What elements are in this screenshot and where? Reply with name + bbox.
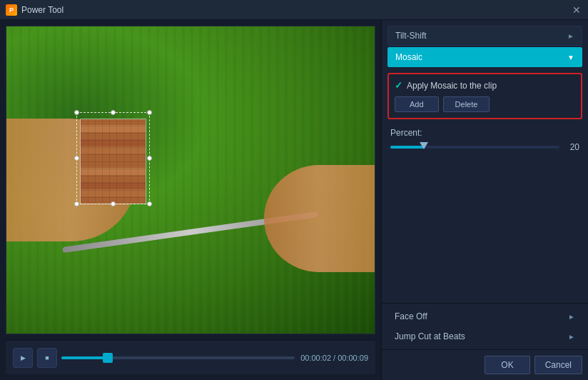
window-title: Power Tool xyxy=(21,5,64,15)
handle-mid-left[interactable] xyxy=(74,156,79,161)
slider-row: 20 xyxy=(390,142,579,152)
jump-cut-arrow: ► xyxy=(568,333,575,341)
stop-icon xyxy=(45,354,49,361)
apply-row: ✓ Apply Mosaic to the clip xyxy=(395,80,575,91)
handle-top-left[interactable] xyxy=(74,110,79,115)
dialog-buttons: OK Cancel xyxy=(382,349,588,380)
timeline-progress xyxy=(61,356,108,359)
close-button[interactable]: ✕ xyxy=(571,4,582,16)
face-off-label: Face Off xyxy=(395,311,427,321)
hand-right xyxy=(264,165,375,273)
tilt-shift-label: Tilt-Shift xyxy=(395,31,427,41)
main-content: 00:00:02 / 00:00:09 Tilt-Shift ► Mosaic … xyxy=(0,20,588,380)
percent-slider-track[interactable] xyxy=(390,146,559,149)
play-icon xyxy=(21,354,26,361)
spacer xyxy=(382,158,588,303)
face-off-arrow: ► xyxy=(568,313,575,321)
time-display: 00:00:02 / 00:00:09 xyxy=(300,354,368,362)
mosaic-section: ✓ Apply Mosaic to the clip Add Delete xyxy=(387,73,582,119)
controls-bar: 00:00:02 / 00:00:09 xyxy=(6,340,375,374)
titlebar-left: P Power Tool xyxy=(6,4,64,16)
mosaic-item[interactable]: Mosaic ▼ xyxy=(387,47,582,67)
timeline-track[interactable] xyxy=(61,356,295,359)
app-icon: P xyxy=(6,4,17,16)
jump-cut-label: Jump Cut at Beats xyxy=(395,331,465,341)
percent-value: 20 xyxy=(565,142,579,152)
apply-label: Apply Mosaic to the clip xyxy=(407,81,497,91)
slider-thumb[interactable] xyxy=(420,142,428,149)
titlebar: P Power Tool ✕ xyxy=(0,0,588,20)
play-button[interactable] xyxy=(13,348,33,368)
selection-box[interactable] xyxy=(76,112,150,204)
checkmark-icon: ✓ xyxy=(395,80,402,91)
mosaic-label: Mosaic xyxy=(395,52,422,62)
face-off-item[interactable]: Face Off ► xyxy=(387,306,582,326)
slider-fill xyxy=(390,146,424,149)
action-buttons: Add Delete xyxy=(395,96,575,112)
handle-top-mid[interactable] xyxy=(111,110,116,115)
ok-button[interactable]: OK xyxy=(485,356,529,374)
percent-section: Percent: 20 xyxy=(382,122,588,158)
add-button[interactable]: Add xyxy=(395,96,439,112)
stop-button[interactable] xyxy=(37,348,57,368)
tilt-shift-item[interactable]: Tilt-Shift ► xyxy=(387,26,582,46)
video-area xyxy=(6,26,375,334)
jump-cut-item[interactable]: Jump Cut at Beats ► xyxy=(387,326,582,346)
timeline-area: 00:00:02 / 00:00:09 xyxy=(61,354,368,362)
right-panel: Tilt-Shift ► Mosaic ▼ ✓ Apply Mosaic to … xyxy=(381,20,588,380)
cancel-button[interactable]: Cancel xyxy=(534,356,582,374)
bottom-effects: Face Off ► Jump Cut at Beats ► xyxy=(382,303,588,349)
percent-label: Percent: xyxy=(390,128,579,138)
left-panel: 00:00:02 / 00:00:09 xyxy=(0,20,381,380)
delete-button[interactable]: Delete xyxy=(443,96,490,112)
mosaic-arrow: ▼ xyxy=(567,54,574,61)
effects-list-top: Tilt-Shift ► Mosaic ▼ xyxy=(382,20,588,70)
timeline-thumb[interactable] xyxy=(103,353,113,363)
video-background xyxy=(6,26,375,334)
tilt-shift-arrow: ► xyxy=(567,32,574,40)
